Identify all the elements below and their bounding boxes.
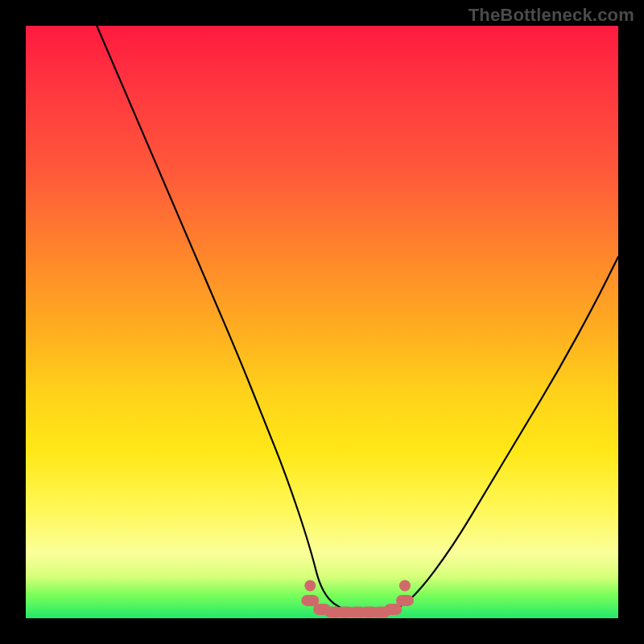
valley-marker-end [399, 580, 411, 592]
bottleneck-curve-svg [26, 26, 618, 618]
chart-frame: TheBottleneck.com [0, 0, 644, 644]
plot-area [26, 26, 618, 618]
watermark-text: TheBottleneck.com [469, 5, 634, 26]
valley-marker [313, 604, 331, 615]
valley-markers [301, 580, 414, 618]
valley-marker [373, 607, 390, 618]
valley-marker [349, 607, 366, 618]
valley-marker-end [304, 580, 316, 592]
bottleneck-curve-line [97, 26, 618, 613]
valley-marker [325, 607, 343, 618]
valley-marker [396, 595, 414, 606]
valley-marker [301, 595, 319, 606]
valley-marker [336, 607, 354, 618]
valley-marker [361, 607, 378, 618]
valley-marker [384, 604, 402, 615]
